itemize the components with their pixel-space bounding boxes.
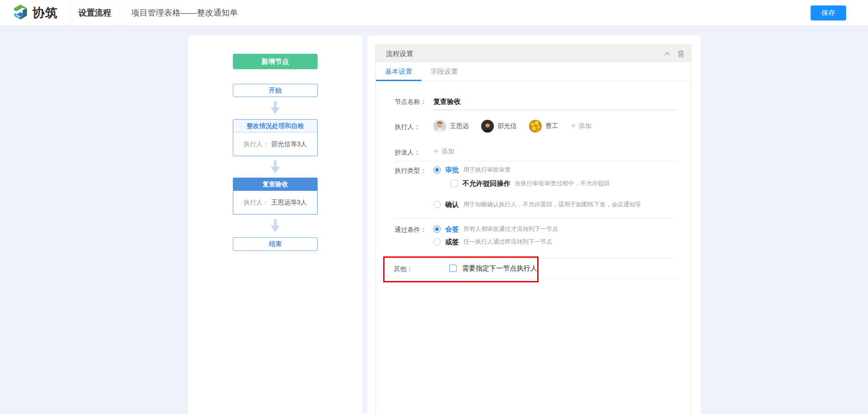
divider: [395, 218, 676, 219]
node-name-label: 节点名称：: [395, 98, 426, 106]
flow-settings-panel: 流程设置 基本设置 字段设置 节点名称： 复查验收 执行人：: [375, 45, 691, 414]
panel-header: 流程设置: [376, 45, 691, 62]
option-label[interactable]: 会签: [445, 225, 459, 234]
tab-field-settings[interactable]: 字段设置: [421, 62, 467, 81]
exec-type-label: 执行类型：: [395, 167, 426, 175]
arrow-down-icon: [269, 160, 282, 174]
option-desc: 任一执行人通过即流转到下一节点: [463, 238, 552, 246]
hexagon-logo-icon: [13, 4, 28, 22]
arrow-down-icon: [269, 101, 282, 115]
brand-name: 协筑: [32, 5, 58, 21]
exec-type-option-approve: 审批 用于执行审批审查: [433, 165, 511, 175]
option-label[interactable]: 不允许驳回操作: [462, 179, 510, 188]
checkbox-no-reject[interactable]: [451, 180, 458, 187]
flow-node-end[interactable]: 结束: [233, 237, 318, 251]
node-name-input[interactable]: 复查验收: [433, 93, 676, 110]
arrow-down-icon: [269, 219, 282, 233]
add-executor-button[interactable]: 添加: [570, 122, 591, 130]
checkbox-assign-next-executor[interactable]: [449, 265, 457, 272]
executors-label: 执行人：: [395, 123, 420, 131]
chevron-up-icon[interactable]: [662, 48, 673, 59]
executor-value: 王思远等3人: [272, 199, 307, 207]
option-label[interactable]: 审批: [445, 166, 459, 174]
executor-name: 曹工: [545, 122, 558, 130]
flow-node-rectify-selfcheck[interactable]: 整改情况处理和自检 执行人： 邵光信等3人: [233, 119, 318, 156]
flow-node-start[interactable]: 开始: [233, 84, 318, 97]
save-button[interactable]: 保存: [811, 5, 846, 20]
avatar: [529, 120, 542, 133]
avatar: [481, 120, 494, 133]
no-reject-option: 不允许驳回操作 在执行审批审查过程中，不允许驳回: [451, 179, 610, 189]
other-label: 其他：: [394, 265, 413, 273]
option-label[interactable]: 或签: [445, 238, 459, 246]
add-label: 添加: [579, 122, 591, 130]
executor-name: 邵光信: [498, 122, 517, 130]
exec-type-option-confirm: 确认 用于知晓确认执行人，不允许退回，适用于如图纸下发，会议通知等: [433, 199, 641, 210]
add-label: 添加: [442, 148, 454, 156]
pass-option-countersign: 会签 所有人都审批通过才流转到下一节点: [433, 224, 558, 234]
divider: [395, 161, 676, 161]
option-desc: 所有人都审批通过才流转到下一节点: [463, 225, 558, 233]
plus-icon: [433, 148, 439, 155]
panel-title: 流程设置: [386, 50, 659, 58]
option-desc: 用于执行审批审查: [463, 166, 511, 174]
plus-icon: [570, 123, 576, 130]
option-desc: 用于知晓确认执行人，不允许退回，适用于如图纸下发，会议通知等: [463, 200, 641, 209]
executor-item: 邵光信: [481, 120, 517, 133]
executor-label: 执行人：: [244, 140, 269, 148]
tab-basic-settings[interactable]: 基本设置: [376, 62, 421, 81]
flow-node-title: 整改情况处理和自检: [233, 120, 317, 133]
executor-name: 王思远: [450, 122, 469, 130]
executor-label: 执行人：: [244, 199, 269, 207]
radio-approve[interactable]: [433, 166, 441, 174]
node-name-value: 复查验收: [433, 97, 461, 106]
pass-condition-label: 通过条件：: [395, 226, 426, 234]
cc-label: 抄送人：: [395, 148, 420, 157]
add-node-button[interactable]: 新增节点: [233, 54, 318, 69]
flow-node-title: 复查验收: [233, 178, 317, 191]
executor-value: 邵光信等3人: [272, 140, 307, 148]
nav-setup-flow[interactable]: 设置流程: [69, 0, 120, 26]
flow-canvas: 新增节点 开始 整改情况处理和自检 执行人： 邵光信等3人 复查验收 执行人： …: [188, 36, 362, 414]
pass-option-orsign: 或签 任一执行人通过即流转到下一节点: [433, 237, 552, 247]
executor-item: 曹工: [529, 120, 558, 133]
radio-countersign[interactable]: [433, 225, 441, 233]
trash-icon[interactable]: [675, 48, 686, 59]
add-cc-button[interactable]: 添加: [433, 148, 454, 156]
panel-tabs: 基本设置 字段设置: [376, 62, 691, 82]
divider: [395, 258, 676, 259]
flow-node-review-acceptance[interactable]: 复查验收 执行人： 王思远等3人: [233, 178, 318, 215]
breadcrumb: 项目管理表格——整改通知单: [131, 7, 238, 18]
radio-confirm[interactable]: [433, 201, 441, 208]
avatar: [433, 120, 446, 133]
settings-card: 流程设置 基本设置 字段设置 节点名称： 复查验收 执行人：: [367, 36, 701, 414]
option-label[interactable]: 需要指定下一节点执行人: [462, 264, 537, 273]
app-header: 协筑 设置流程 项目管理表格——整改通知单 保存: [0, 0, 868, 26]
divider: [395, 278, 676, 279]
radio-orsign[interactable]: [433, 238, 441, 245]
other-option: 需要指定下一节点执行人: [449, 264, 537, 273]
executor-item: 王思远: [433, 120, 469, 133]
option-desc: 在执行审批审查过程中，不允许驳回: [515, 179, 610, 188]
brand: 协筑: [0, 0, 69, 26]
executors-list: 王思远 邵光信: [433, 120, 591, 133]
option-label[interactable]: 确认: [445, 200, 459, 209]
